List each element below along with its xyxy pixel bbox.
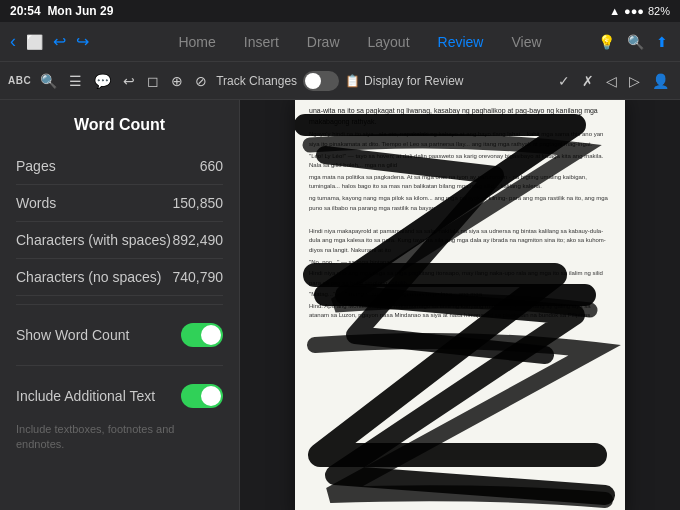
toolbar-right: 💡 🔍 ⬆ [600,32,680,52]
bubble-icon[interactable]: ◻ [144,71,162,91]
redo-button[interactable]: ↪ [74,30,91,53]
display-icon: 📋 [345,74,360,88]
stat-words: Words 150,850 [16,185,223,222]
share-icon[interactable]: ⬆ [654,32,670,52]
panel-title: Word Count [16,116,223,134]
tab-layout[interactable]: Layout [364,32,414,52]
new-doc-button[interactable]: ⬜ [24,32,45,52]
tab-bar: Home Insert Draw Layout Review View [120,32,600,52]
divider [16,304,223,305]
stat-chars-nospaces-label: Characters (no spaces) [16,269,162,285]
display-for-review-button[interactable]: 📋 Display for Review [345,74,463,88]
word-count-panel: Word Count Pages 660 Words 150,850 Chara… [0,100,240,510]
include-additional-toggle[interactable] [181,384,223,408]
insert-icon[interactable]: ⊕ [168,71,186,91]
tab-review[interactable]: Review [434,32,488,52]
show-word-count-knob [201,325,221,345]
main-content: Word Count Pages 660 Words 150,850 Chara… [0,100,680,510]
include-additional-row: Include Additional Text [16,374,223,418]
format-icon[interactable]: ☰ [66,71,85,91]
show-word-count-label: Show Word Count [16,327,129,343]
document-page: una-wita na ito sa pagkagat ng liwanag, … [295,100,625,510]
user-icon[interactable]: 👤 [649,71,672,91]
status-time-date: 20:54 Mon Jun 29 [10,4,113,18]
strikethrough-icon[interactable]: ⊘ [192,71,210,91]
next-change-icon[interactable]: ▷ [626,71,643,91]
signal-icon: ●●● [624,5,644,17]
abc-icon: ABC [8,75,31,86]
wifi-icon: ▲ [609,5,620,17]
tab-draw[interactable]: Draw [303,32,344,52]
comment-icon[interactable]: 💬 [91,71,114,91]
page-text: una-wita na ito sa pagkagat ng liwanag, … [295,100,625,510]
accept-all-icon[interactable]: ✓ [555,71,573,91]
track-changes-toggle[interactable] [303,71,339,91]
status-bar: 20:54 Mon Jun 29 ▲ ●●● 82% [0,0,680,22]
show-word-count-row: Show Word Count [16,313,223,357]
include-additional-label: Include Additional Text [16,388,155,404]
stat-chars-spaces: Characters (with spaces) 892,490 [16,222,223,259]
tab-view[interactable]: View [507,32,545,52]
track-changes-label: Track Changes [216,74,297,88]
document-area: una-wita na ito sa pagkagat ng liwanag, … [240,100,680,510]
secondary-toolbar: ABC 🔍 ☰ 💬 ↩ ◻ ⊕ ⊘ Track Changes 📋 Displa… [0,62,680,100]
stat-chars-spaces-value: 892,490 [172,232,223,248]
main-toolbar: ‹ ⬜ ↩ ↪ Home Insert Draw Layout Review V… [0,22,680,62]
stat-pages-value: 660 [200,158,223,174]
back-button[interactable]: ‹ [8,29,18,54]
stat-chars-nospaces-value: 740,790 [172,269,223,285]
search-doc-icon[interactable]: 🔍 [37,71,60,91]
battery-icon: 82% [648,5,670,17]
include-additional-knob [201,386,221,406]
stat-chars-spaces-label: Characters (with spaces) [16,232,171,248]
stat-pages: Pages 660 [16,148,223,185]
stat-pages-label: Pages [16,158,56,174]
prev-change-icon[interactable]: ◁ [603,71,620,91]
divider2 [16,365,223,366]
stat-chars-nospaces: Characters (no spaces) 740,790 [16,259,223,296]
reject-all-icon[interactable]: ✗ [579,71,597,91]
tab-home[interactable]: Home [174,32,219,52]
reply-icon[interactable]: ↩ [120,71,138,91]
tab-insert[interactable]: Insert [240,32,283,52]
toggle-knob [305,73,321,89]
note-text: Include textboxes, footnotes and endnote… [16,422,223,453]
show-word-count-toggle[interactable] [181,323,223,347]
stat-words-value: 150,850 [172,195,223,211]
stat-words-label: Words [16,195,56,211]
toolbar-left: ‹ ⬜ ↩ ↪ [0,29,120,54]
spotlight-icon[interactable]: 💡 [596,32,617,52]
undo-button[interactable]: ↩ [51,30,68,53]
search-icon[interactable]: 🔍 [625,32,646,52]
status-icons: ▲ ●●● 82% [609,5,670,17]
